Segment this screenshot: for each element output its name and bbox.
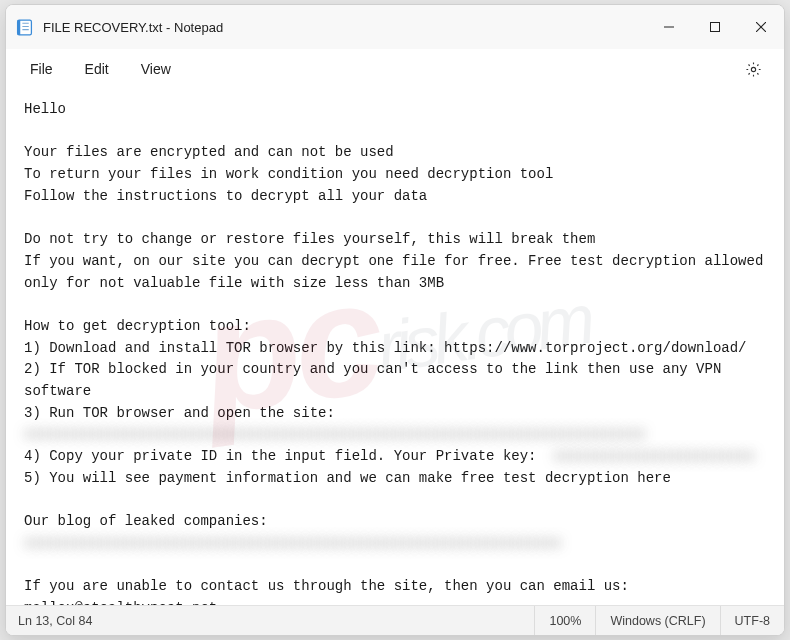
text-line: 1) Download and install TOR browser by t…: [24, 340, 747, 356]
menu-file[interactable]: File: [14, 55, 69, 83]
statusbar: Ln 13, Col 84 100% Windows (CRLF) UTF-8: [6, 605, 784, 635]
redacted-text: xxxxxxxxxxxxxxxxxxxxxxxxxxxxxxxxxxxxxxxx…: [24, 535, 562, 551]
notepad-icon: [16, 19, 33, 36]
status-encoding: UTF-8: [720, 606, 784, 635]
redacted-text: xxxxxxxxxxxxxxxxxxxxxxxx: [553, 448, 755, 464]
svg-rect-1: [18, 20, 21, 35]
text-line: If you are unable to contact us through …: [24, 578, 629, 594]
text-line: Do not try to change or restore files yo…: [24, 231, 595, 247]
text-line: 2) If TOR blocked in your country and yo…: [24, 361, 730, 399]
text-line: To return your files in work condition y…: [24, 166, 553, 182]
menubar: File Edit View: [6, 49, 784, 89]
text-line: If you want, on our site you can decrypt…: [24, 253, 772, 291]
titlebar[interactable]: FILE RECOVERY.txt - Notepad: [6, 5, 784, 49]
status-line-ending: Windows (CRLF): [595, 606, 719, 635]
minimize-button[interactable]: [646, 5, 692, 49]
menu-view[interactable]: View: [125, 55, 187, 83]
window-controls: [646, 5, 784, 49]
text-line: 5) You will see payment information and …: [24, 470, 671, 486]
text-area[interactable]: Hello Your files are encrypted and can n…: [6, 89, 784, 605]
svg-point-9: [751, 67, 755, 71]
settings-button[interactable]: [736, 54, 770, 84]
text-line: How to get decryption tool:: [24, 318, 251, 334]
maximize-button[interactable]: [692, 5, 738, 49]
text-line: 4) Copy your private ID in the input fie…: [24, 448, 553, 464]
text-line: Our blog of leaked companies:: [24, 513, 268, 529]
text-line: 3) Run TOR browser and open the site:: [24, 405, 335, 421]
status-zoom[interactable]: 100%: [534, 606, 595, 635]
svg-rect-6: [711, 23, 720, 32]
menu-edit[interactable]: Edit: [69, 55, 125, 83]
window-title: FILE RECOVERY.txt - Notepad: [43, 20, 646, 35]
status-cursor-position: Ln 13, Col 84: [18, 606, 106, 635]
text-line: Your files are encrypted and can not be …: [24, 144, 394, 160]
text-line: Follow the instructions to decrypt all y…: [24, 188, 427, 204]
redacted-text: xxxxxxxxxxxxxxxxxxxxxxxxxxxxxxxxxxxxxxxx…: [24, 426, 646, 442]
text-line: Hello: [24, 101, 66, 117]
close-button[interactable]: [738, 5, 784, 49]
notepad-window: FILE RECOVERY.txt - Notepad File Edit Vi…: [5, 4, 785, 636]
